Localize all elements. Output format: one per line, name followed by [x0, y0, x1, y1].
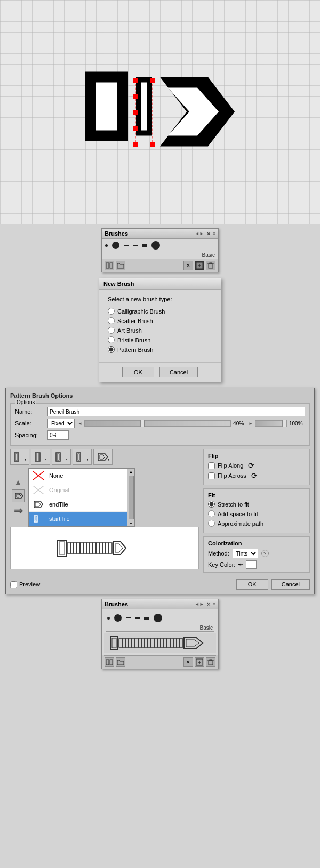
- svg-rect-96: [209, 661, 213, 665]
- approx-radio[interactable]: [208, 520, 215, 527]
- method-select[interactable]: Tints: [233, 549, 258, 558]
- scale-slider-2[interactable]: [255, 420, 287, 427]
- pbo-ok-button[interactable]: OK: [236, 579, 268, 590]
- collapse-icon[interactable]: ◄►: [195, 231, 204, 236]
- option-scatter[interactable]: Scatter Brush: [108, 317, 212, 324]
- svg-rect-74: [135, 639, 138, 647]
- svg-rect-20: [209, 264, 213, 268]
- brush-dash-4[interactable]: [135, 617, 140, 619]
- panel-menu-icon-2[interactable]: ≡: [213, 601, 215, 607]
- brush-large-dot[interactable]: [112, 242, 119, 249]
- close-icon-2[interactable]: ✕: [206, 601, 211, 607]
- brush-lg-dot-2[interactable]: [114, 614, 122, 622]
- art-radio[interactable]: [108, 327, 115, 334]
- brush-rect-2[interactable]: [144, 617, 149, 620]
- brush-dash-3[interactable]: [126, 617, 131, 618]
- brush-rect[interactable]: [142, 244, 147, 247]
- brushes-content-2: Basic: [102, 609, 218, 655]
- ok-button[interactable]: OK: [122, 367, 154, 377]
- option-bristle[interactable]: Bristle Brush: [108, 336, 212, 343]
- slider-thumb[interactable]: [140, 420, 145, 427]
- new-brush-btn[interactable]: [195, 261, 204, 270]
- stretch-radio[interactable]: [208, 501, 215, 508]
- flip-along-icon: ⟳: [248, 461, 254, 470]
- svg-rect-80: [154, 639, 157, 647]
- addspace-option[interactable]: Add space to fit: [208, 510, 305, 517]
- tile-nav-icon[interactable]: [12, 489, 25, 502]
- approx-option[interactable]: Approximate path: [208, 520, 305, 527]
- double-arrow-icon: ⇒: [14, 504, 23, 517]
- original-label: Original: [49, 487, 69, 493]
- tile-btn-4[interactable]: ▼: [73, 449, 92, 465]
- tile-item-original[interactable]: Original: [29, 483, 134, 497]
- hint-icon[interactable]: ?: [261, 550, 269, 557]
- svg-rect-83: [164, 639, 167, 647]
- spacing-input[interactable]: [47, 430, 69, 440]
- flip-along-checkbox[interactable]: [208, 462, 215, 469]
- libraries-icon[interactable]: [105, 261, 114, 270]
- new-brush-btn-2[interactable]: [195, 657, 204, 667]
- cancel-button[interactable]: Cancel: [159, 367, 198, 377]
- svg-rect-82: [161, 639, 164, 647]
- name-row: Name:: [15, 407, 305, 416]
- svg-rect-58: [90, 543, 93, 553]
- flip-across-checkbox[interactable]: [208, 472, 215, 479]
- pbo-right: Flip Flip Along ⟳ Flip Across ⟳ Fit Stre…: [203, 449, 310, 576]
- tile-btn-5[interactable]: ▼: [93, 449, 113, 465]
- tile-btn-2[interactable]: ▼: [31, 449, 50, 465]
- tile-item-starttile[interactable]: startTile: [29, 512, 134, 526]
- svg-rect-31: [57, 454, 59, 460]
- panel-menu-icon[interactable]: ≡: [213, 231, 215, 236]
- collapse-icon-2[interactable]: ◄►: [195, 601, 204, 607]
- addspace-radio[interactable]: [208, 510, 215, 517]
- key-color-swatch[interactable]: [246, 560, 257, 569]
- svg-rect-86: [173, 639, 177, 647]
- stretch-option[interactable]: Stretch to fit: [208, 501, 305, 508]
- brush-dash-1[interactable]: [124, 245, 129, 246]
- scroll-thumb[interactable]: [129, 476, 134, 519]
- panel-controls-2: ◄► ✕ ≡: [195, 601, 215, 607]
- brush-dash-2[interactable]: [133, 245, 138, 246]
- pbo-cancel-button[interactable]: Cancel: [271, 579, 310, 590]
- option-calligraphic[interactable]: Calligraphic Brush: [108, 308, 212, 315]
- eyedropper-icon[interactable]: ✒: [238, 561, 243, 568]
- scroll-up-icon[interactable]: ▲: [128, 469, 134, 475]
- pattern-radio[interactable]: [108, 346, 115, 353]
- tile-item-none[interactable]: None: [29, 469, 134, 483]
- option-art[interactable]: Art Brush: [108, 327, 212, 334]
- up-arrow-icon[interactable]: ▲: [14, 478, 22, 487]
- scroll-down-icon[interactable]: ▼: [128, 520, 134, 526]
- svg-marker-89: [184, 637, 203, 649]
- tile-item-endtile[interactable]: endTile: [29, 497, 134, 512]
- scale-slider[interactable]: [84, 420, 231, 427]
- brush-sm-dot-2[interactable]: [107, 617, 110, 620]
- scatter-radio[interactable]: [108, 317, 115, 324]
- bristle-radio[interactable]: [108, 336, 115, 343]
- tile-btn-3[interactable]: ▼: [52, 449, 71, 465]
- scale-select[interactable]: Fixed: [47, 419, 75, 428]
- option-pattern[interactable]: Pattern Brush: [108, 346, 212, 353]
- brush-small-dot[interactable]: [105, 244, 108, 247]
- close-icon[interactable]: ✕: [206, 231, 211, 237]
- trash-icon-2[interactable]: [206, 657, 215, 667]
- delete-brush-icon[interactable]: ✕: [183, 261, 193, 270]
- delete-brush-icon-2[interactable]: ✕: [183, 657, 193, 667]
- brush-xlg-dot[interactable]: [151, 241, 160, 250]
- dropdown-scrollbar[interactable]: ▲ ▼: [127, 469, 134, 526]
- trash-icon[interactable]: [206, 261, 215, 270]
- tile-btn-1[interactable]: ▼: [10, 449, 29, 465]
- folder-icon[interactable]: [116, 261, 125, 270]
- brush-xlg-dot-2[interactable]: [154, 614, 162, 622]
- preview-checkbox[interactable]: [10, 581, 17, 588]
- libraries-icon-2[interactable]: [105, 657, 114, 667]
- slider-thumb-2[interactable]: [282, 420, 286, 427]
- brush-pattern-row[interactable]: [104, 633, 216, 653]
- svg-rect-71: [125, 639, 129, 647]
- svg-rect-68: [112, 638, 116, 648]
- name-input[interactable]: [47, 407, 305, 416]
- folder-icon-2[interactable]: [116, 657, 125, 667]
- tile-dropdown-list: None Original endTile: [28, 468, 135, 527]
- spacing-row: Spacing:: [15, 430, 305, 440]
- tile-selector-row: ▼ ▼ ▼ ▼ ▼: [10, 449, 199, 465]
- calligraphic-radio[interactable]: [108, 308, 115, 315]
